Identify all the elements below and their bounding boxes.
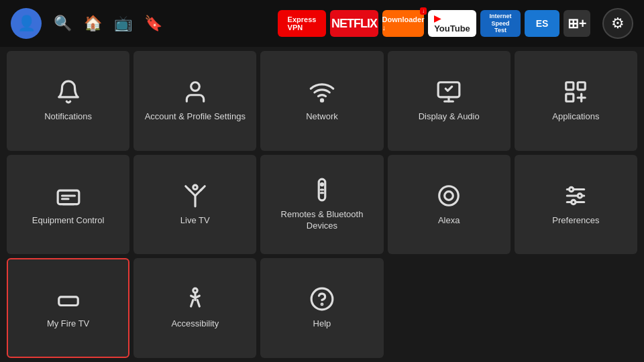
- preferences-label: Preferences: [552, 215, 599, 227]
- alexa-icon: [436, 183, 462, 208]
- alexa-label: Alexa: [438, 215, 460, 227]
- firetv-icon: [56, 286, 81, 312]
- app-netflix[interactable]: NETFLIX: [330, 10, 378, 37]
- downloader-badge: ↓: [420, 7, 427, 15]
- svg-rect-10: [58, 190, 79, 204]
- avatar[interactable]: 👤: [11, 8, 42, 39]
- live-tv-icon[interactable]: 📺: [114, 15, 132, 32]
- accessibility-icon: [182, 286, 208, 312]
- applications-label: Applications: [552, 111, 599, 123]
- tile-my-fire-tv[interactable]: My Fire TV: [7, 258, 129, 358]
- svg-rect-5: [566, 82, 574, 90]
- tile-applications[interactable]: Applications: [515, 51, 637, 151]
- internet-speed-label: Internet Speed Test: [487, 13, 514, 34]
- app-shortcuts: ExpressVPN NETFLIX Downloader ↓ ↓ ▶ YouT…: [278, 10, 590, 37]
- svg-point-17: [321, 184, 323, 186]
- app-es-explorer[interactable]: ES: [525, 10, 559, 37]
- tile-display-audio[interactable]: Display & Audio: [388, 51, 511, 151]
- search-icon[interactable]: 🔍: [54, 15, 72, 32]
- account-label: Account & Profile Settings: [145, 111, 246, 123]
- svg-point-21: [445, 191, 453, 200]
- svg-point-0: [191, 82, 199, 91]
- svg-point-15: [193, 185, 197, 189]
- display-audio-label: Display & Audio: [419, 111, 480, 123]
- topbar: 👤 🔍 🏠 📺 🔖 ExpressVPN NETFLIX Downloader …: [0, 0, 644, 47]
- network-label: Network: [306, 111, 338, 123]
- tv-icon: [56, 183, 81, 208]
- expressvpn-label: ExpressVPN: [288, 15, 317, 32]
- tile-preferences[interactable]: Preferences: [515, 155, 637, 255]
- app-downloader[interactable]: Downloader ↓ ↓: [382, 10, 424, 37]
- youtube-label: ▶ YouTube: [434, 13, 470, 34]
- app-expressvpn[interactable]: ExpressVPN: [278, 10, 326, 37]
- tile-help[interactable]: Help: [260, 258, 383, 358]
- equipment-control-label: Equipment Control: [32, 215, 105, 227]
- tile-remotes-bluetooth[interactable]: Remotes & Bluetooth Devices: [260, 155, 383, 255]
- svg-point-1: [321, 99, 323, 101]
- tile-network[interactable]: Network: [260, 51, 383, 151]
- apps-icon: [563, 79, 588, 105]
- settings-grid: Notifications Account & Profile Settings…: [0, 47, 644, 362]
- my-fire-tv-label: My Fire TV: [47, 318, 89, 330]
- topbar-left: 👤 🔍 🏠 📺 🔖: [11, 8, 266, 39]
- sliders-icon: [563, 183, 588, 208]
- svg-rect-7: [566, 94, 574, 101]
- tile-alexa[interactable]: Alexa: [388, 155, 511, 255]
- app-grid-button[interactable]: ⊞+: [564, 10, 590, 37]
- netflix-label: NETFLIX: [331, 17, 377, 31]
- help-icon: [309, 286, 335, 312]
- svg-point-33: [321, 304, 323, 305]
- tile-live-tv[interactable]: Live TV: [133, 155, 256, 255]
- tile-equipment-control[interactable]: Equipment Control: [7, 155, 129, 255]
- tile-notifications[interactable]: Notifications: [7, 51, 129, 151]
- bell-icon: [56, 79, 81, 105]
- tile-accessibility[interactable]: Accessibility: [133, 258, 256, 358]
- grid-label: ⊞+: [568, 15, 587, 32]
- es-label: ES: [536, 18, 549, 29]
- svg-rect-6: [578, 82, 586, 90]
- live-tv-label: Live TV: [180, 215, 210, 227]
- help-label: Help: [313, 318, 331, 330]
- bookmark-icon[interactable]: 🔖: [144, 15, 162, 32]
- wifi-icon: [309, 79, 335, 105]
- remotes-bluetooth-label: Remotes & Bluetooth Devices: [267, 209, 376, 232]
- settings-icon: ⚙: [611, 15, 625, 32]
- tile-account[interactable]: Account & Profile Settings: [133, 51, 256, 151]
- svg-point-26: [578, 193, 582, 197]
- svg-point-27: [572, 200, 576, 204]
- settings-button[interactable]: ⚙: [602, 8, 633, 39]
- accessibility-label: Accessibility: [171, 318, 219, 330]
- svg-rect-28: [58, 297, 78, 306]
- notifications-label: Notifications: [44, 111, 92, 123]
- remote-icon: [309, 177, 335, 202]
- svg-point-20: [439, 186, 459, 205]
- person-icon: [182, 79, 208, 105]
- home-icon[interactable]: 🏠: [84, 15, 102, 32]
- svg-point-25: [570, 187, 574, 191]
- app-youtube[interactable]: ▶ YouTube: [428, 10, 476, 37]
- display-icon: [436, 79, 462, 105]
- antenna-icon: [182, 183, 208, 208]
- app-internet-speed[interactable]: Internet Speed Test: [480, 10, 521, 37]
- downloader-label: Downloader ↓: [382, 15, 425, 32]
